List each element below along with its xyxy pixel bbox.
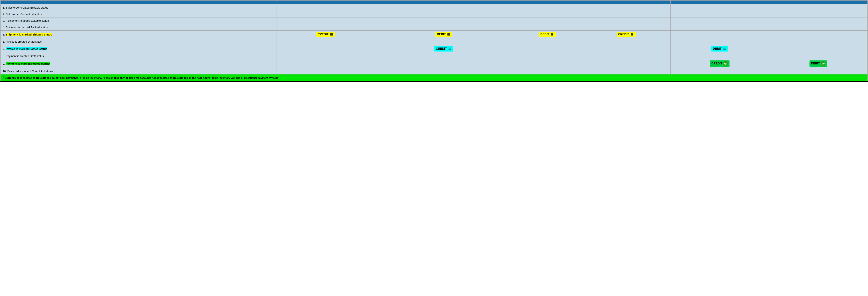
cell-1-col7 <box>769 4 867 11</box>
cell-3-col6 <box>671 18 769 24</box>
cell-10-col7 <box>769 68 867 75</box>
cell-7-col6: DEBIT <box>671 45 769 53</box>
badge-debit: DEBIT qb <box>809 60 827 66</box>
cell-1-col6 <box>671 4 769 11</box>
footer-text: Currently, if connected to QuickBooks do… <box>4 77 279 79</box>
action-item-8: 8. Payment is created Draft status <box>3 54 274 58</box>
asterisk: * <box>3 76 4 80</box>
cell-9-col5 <box>582 59 671 68</box>
cell-6-col2 <box>276 38 375 45</box>
action-cell-7: 7. Invoice is marked Posted status <box>1 45 276 53</box>
cell-1-col2 <box>276 4 375 11</box>
action-item-3: 3. A shipment is added Editable status <box>3 19 274 23</box>
cell-4-col7 <box>769 24 867 31</box>
cell-1-col5 <box>582 4 671 11</box>
footer-row: * Currently, if connected to QuickBooks … <box>1 75 868 81</box>
cell-5-col5: CREDIT <box>582 31 671 38</box>
cell-6-col4 <box>513 38 582 45</box>
cell-6-col3 <box>375 38 513 45</box>
row-7: 7. Invoice is marked Posted status CREDI… <box>1 45 868 53</box>
action-cell-5: 5. Shipment is marked Shipped status <box>1 31 276 38</box>
col6-header <box>671 1 769 4</box>
action-item-9: 9. Payment is marked Posted status* <box>3 61 274 66</box>
cell-1-col3 <box>375 4 513 11</box>
cell-content: DEBIT <box>515 32 580 37</box>
action-item-10: 10. Sales order marked Completed status <box>3 69 274 73</box>
cell-2-col6 <box>671 11 769 18</box>
ledger-table: 1. Sales order created Editable status2.… <box>0 0 868 81</box>
action-cell-4: 4. Shipment is marked Packed status <box>1 24 276 31</box>
cell-8-col4 <box>513 53 582 59</box>
badge-credit: CREDIT qb <box>710 60 730 66</box>
cell-4-col2 <box>276 24 375 31</box>
cell-8-col3 <box>375 53 513 59</box>
badge-debit: DEBIT <box>539 32 556 37</box>
badge-debit: DEBIT <box>711 46 728 52</box>
cell-3-col2 <box>276 18 375 24</box>
action-item-5: 5. Shipment is marked Shipped status <box>3 32 274 36</box>
header-row <box>1 1 868 4</box>
cell-3-col3 <box>375 18 513 24</box>
action-cell-1: 1. Sales order created Editable status <box>1 4 276 11</box>
action-cell-2: 2. Sales order Committed status <box>1 11 276 18</box>
cell-9-col6: CREDIT qb <box>671 59 769 68</box>
action-cell-3: 3. A shipment is added Editable status <box>1 18 276 24</box>
cell-2-col2 <box>276 11 375 18</box>
cell-9-col7: DEBIT qb <box>769 59 867 68</box>
badge-credit: CREDIT <box>316 32 335 37</box>
row-1: 1. Sales order created Editable status <box>1 4 868 11</box>
action-item-1: 1. Sales order created Editable status <box>3 5 274 10</box>
cell-8-col6 <box>671 53 769 59</box>
cell-3-col7 <box>769 18 867 24</box>
stripe-icon <box>448 47 452 51</box>
cell-2-col4 <box>513 11 582 18</box>
cell-10-col4 <box>513 68 582 75</box>
cell-2-col5 <box>582 11 671 18</box>
row-5: 5. Shipment is marked Shipped status CRE… <box>1 31 868 38</box>
col3-header <box>375 1 513 4</box>
cell-7-col2 <box>276 45 375 53</box>
stripe-icon <box>550 32 554 36</box>
footer-cell: * Currently, if connected to QuickBooks … <box>1 75 868 81</box>
col5-header <box>582 1 671 4</box>
cell-9-col4 <box>513 59 582 68</box>
action-item-2: 2. Sales order Committed status <box>3 12 274 16</box>
cell-1-col4 <box>513 4 582 11</box>
col2-header <box>276 1 375 4</box>
cell-7-col3: CREDIT <box>375 45 513 53</box>
cell-8-col5 <box>582 53 671 59</box>
cell-3-col5 <box>582 18 671 24</box>
cell-content: DEBIT qb <box>771 60 865 66</box>
cell-10-col3 <box>375 68 513 75</box>
cell-6-col5 <box>582 38 671 45</box>
cell-5-col7 <box>769 31 867 38</box>
cell-10-col2 <box>276 68 375 75</box>
action-item-4: 4. Shipment is marked Packed status <box>3 25 274 29</box>
cell-7-col5 <box>582 45 671 53</box>
stripe-icon <box>630 32 634 36</box>
cell-5-col2: CREDIT <box>276 31 375 38</box>
col1-header <box>1 1 276 4</box>
badge-credit: CREDIT <box>617 32 636 37</box>
cell-content: CREDIT <box>377 46 510 52</box>
cell-4-col5 <box>582 24 671 31</box>
cell-7-col4 <box>513 45 582 53</box>
cell-10-col6 <box>671 68 769 75</box>
cell-2-col7 <box>769 11 867 18</box>
cell-6-col6 <box>671 38 769 45</box>
stripe-icon <box>723 47 726 51</box>
cell-2-col3 <box>375 11 513 18</box>
row-4: 4. Shipment is marked Packed status <box>1 24 868 31</box>
cell-3-col4 <box>513 18 582 24</box>
cell-4-col4 <box>513 24 582 31</box>
qb-icon: qb <box>821 61 826 66</box>
cell-4-col3 <box>375 24 513 31</box>
col4-header <box>513 1 582 4</box>
row-8: 8. Payment is created Draft status <box>1 53 868 59</box>
cell-8-col7 <box>769 53 867 59</box>
stripe-icon <box>330 32 334 36</box>
row-9: 9. Payment is marked Posted status* CRED… <box>1 59 868 68</box>
col7-header <box>769 1 867 4</box>
action-cell-8: 8. Payment is created Draft status <box>1 53 276 59</box>
cell-9-col2 <box>276 59 375 68</box>
